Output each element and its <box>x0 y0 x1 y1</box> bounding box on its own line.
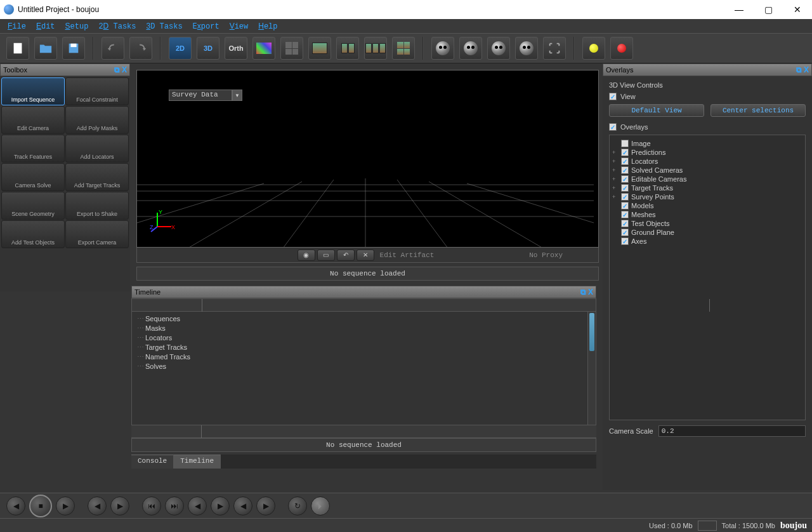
menu-view[interactable]: View <box>225 20 254 32</box>
overlay-item-locators[interactable]: +✓Locators <box>612 157 802 166</box>
timeline-node-target-tracks[interactable]: Target Tracks <box>137 343 582 352</box>
thumb-quad-button[interactable] <box>392 37 415 60</box>
tool-add-locators[interactable]: Add Locators <box>65 135 129 163</box>
overlays-checkbox[interactable]: ✓ <box>609 123 617 131</box>
overlay-item-axes[interactable]: ✓Axes <box>612 237 802 246</box>
viewport-data-select[interactable]: Survey Data <box>169 90 232 101</box>
checkbox-icon[interactable]: ✓ <box>621 166 629 174</box>
prev-key-button[interactable]: ◀ <box>88 496 107 515</box>
tool-import-sequence[interactable]: Import Sequence <box>1 77 65 105</box>
step-back-button[interactable]: ◀ <box>6 496 25 515</box>
nav-3-button[interactable]: ◀ <box>233 496 252 515</box>
nav-1-button[interactable]: ◀ <box>188 496 207 515</box>
toolbox-dock-icon[interactable]: ⧉ <box>114 65 120 74</box>
tool-edit-camera[interactable]: Edit Camera <box>1 106 65 134</box>
center-selections-button[interactable]: Center selections <box>710 104 806 117</box>
save-button[interactable] <box>62 37 85 60</box>
track-2-button[interactable] <box>459 37 482 60</box>
timeline-node-named-tracks[interactable]: Named Tracks <box>137 352 582 362</box>
vp-btn-3[interactable]: ↶ <box>337 249 355 261</box>
overlay-item-ground-plane[interactable]: ✓Ground Plane <box>612 228 802 237</box>
dropdown-arrow-icon[interactable]: ▼ <box>232 90 242 101</box>
view-checkbox[interactable]: ✓ <box>609 93 617 100</box>
pin-red-button[interactable] <box>610 37 633 60</box>
menu-2d-tasks[interactable]: 2D Tasks <box>93 20 141 32</box>
overlay-item-editable-cameras[interactable]: +✓Editable Cameras <box>612 175 802 183</box>
tool-export-camera[interactable]: Export Camera <box>65 220 129 248</box>
thumb-double-button[interactable] <box>336 37 359 60</box>
loop-button[interactable]: ↻ <box>288 496 307 515</box>
overlay-item-test-objects[interactable]: ✓Test Objects <box>612 219 802 228</box>
view-2d-button[interactable]: 2D <box>169 37 192 60</box>
overlay-item-image[interactable]: Image <box>612 139 802 148</box>
nav-2-button[interactable]: ▶ <box>211 496 230 515</box>
close-button[interactable]: ✕ <box>783 0 812 19</box>
timeline-ruler[interactable] <box>132 299 596 312</box>
menu-export[interactable]: Export <box>188 20 225 32</box>
camera-scale-input[interactable] <box>658 425 806 437</box>
undo-button[interactable] <box>102 37 124 60</box>
maximize-button[interactable]: ▢ <box>754 0 783 19</box>
timeline-node-solves[interactable]: Solves <box>137 362 582 371</box>
checkbox-icon[interactable]: ✓ <box>621 237 629 245</box>
track-1-button[interactable] <box>431 37 454 60</box>
step-fwd-button[interactable]: ▶ <box>56 496 75 515</box>
tool-track-features[interactable]: Track Features <box>1 135 65 163</box>
checkbox-icon[interactable]: ✓ <box>621 175 629 183</box>
track-3-button[interactable] <box>487 37 510 60</box>
tool-scene-geometry[interactable]: Scene Geometry <box>1 192 65 220</box>
lock-button[interactable]: ⏵ <box>311 496 330 515</box>
thumb-triple-button[interactable] <box>364 37 387 60</box>
menu-setup[interactable]: Setup <box>60 20 94 32</box>
overlays-close-icon[interactable]: X <box>804 65 809 74</box>
vp-btn-2[interactable]: ▭ <box>317 249 335 261</box>
first-frame-button[interactable]: ⏮ <box>142 496 161 515</box>
checkbox-icon[interactable]: ✓ <box>621 202 629 209</box>
timeline-node-locators[interactable]: Locators <box>137 333 582 343</box>
tool-focal-constraint[interactable]: Focal Constraint <box>65 77 129 105</box>
nav-4-button[interactable]: ▶ <box>256 496 275 515</box>
tool-add-test-objects[interactable]: Add Test Objects <box>1 220 65 248</box>
shading-button[interactable] <box>252 37 275 60</box>
timeline-tree[interactable]: SequencesMasksLocatorsTarget TracksNamed… <box>132 312 587 425</box>
checkbox-icon[interactable]: ✓ <box>621 149 629 156</box>
track-4-button[interactable] <box>515 37 538 60</box>
checkbox-icon[interactable]: ✓ <box>621 211 629 218</box>
overlays-dock-icon[interactable]: ⧉ <box>796 65 802 74</box>
3d-viewport[interactable]: Survey Data ▼ Y X Z <box>136 70 599 248</box>
tool-add-target-tracks[interactable]: Add Target Tracks <box>65 163 129 191</box>
checkbox-icon[interactable]: ✓ <box>621 193 629 201</box>
new-button[interactable] <box>6 37 29 60</box>
checkbox-icon[interactable] <box>621 140 629 147</box>
default-view-button[interactable]: Default View <box>609 104 704 117</box>
last-frame-button[interactable]: ⏭ <box>165 496 184 515</box>
stop-button[interactable]: ■ <box>29 495 52 517</box>
toolbox-close-icon[interactable]: X <box>122 65 127 74</box>
redo-button[interactable] <box>129 37 152 60</box>
tab-console[interactable]: Console <box>131 455 174 469</box>
brackets-button[interactable] <box>543 37 566 60</box>
thumb-single-button[interactable] <box>308 37 331 60</box>
checkbox-icon[interactable]: ✓ <box>621 229 629 236</box>
overlay-item-meshes[interactable]: ✓Meshes <box>612 210 802 219</box>
vp-btn-1[interactable]: ◉ <box>298 249 315 261</box>
checkbox-icon[interactable]: ✓ <box>621 184 629 192</box>
tab-timeline[interactable]: Timeline <box>174 455 221 469</box>
timeline-dock-icon[interactable]: ⧉ <box>580 288 586 296</box>
checkbox-icon[interactable]: ✓ <box>621 220 629 227</box>
overlay-item-predictions[interactable]: +✓Predictions <box>612 148 802 157</box>
view-orth-button[interactable]: Orth <box>225 37 247 60</box>
vp-btn-4[interactable]: ✕ <box>357 249 374 261</box>
minimize-button[interactable]: — <box>724 0 754 19</box>
menu-file[interactable]: File <box>3 20 31 32</box>
tool-export-to-shake[interactable]: Export to Shake <box>65 192 129 220</box>
overlay-item-target-tracks[interactable]: +✓Target Tracks <box>612 183 802 192</box>
open-button[interactable] <box>34 37 57 60</box>
view-3d-button[interactable]: 3D <box>197 37 219 60</box>
timeline-ruler-bottom[interactable] <box>131 425 596 438</box>
overlay-item-survey-points[interactable]: +✓Survey Points <box>612 192 802 201</box>
next-key-button[interactable]: ▶ <box>110 496 129 515</box>
tool-camera-solve[interactable]: Camera Solve <box>1 163 65 191</box>
grid-button[interactable] <box>280 37 303 60</box>
checkbox-icon[interactable]: ✓ <box>621 157 629 165</box>
